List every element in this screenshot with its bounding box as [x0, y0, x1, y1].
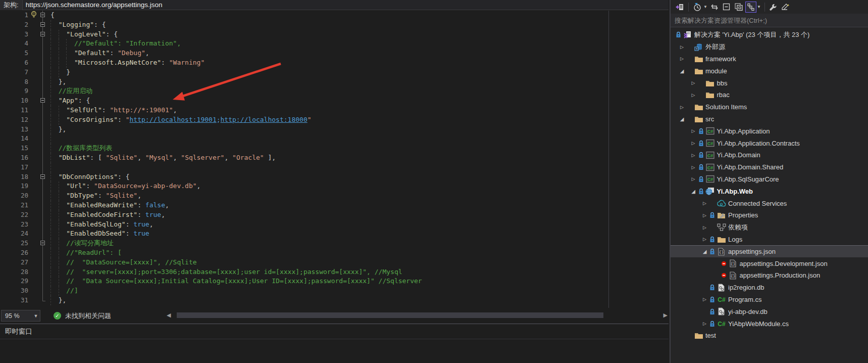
- code-line[interactable]: 21"EnabledReadWrite": false,: [0, 201, 669, 210]
- tree-row[interactable]: ▷rbac: [671, 89, 868, 101]
- code-line[interactable]: 26//"ReadUrl": [: [0, 248, 669, 258]
- collapsed-arrow-icon[interactable]: ▷: [701, 225, 708, 230]
- document-health-indicator[interactable]: ✓ 未找到相关问题: [54, 311, 111, 321]
- search-input[interactable]: [671, 14, 868, 27]
- collapsed-arrow-icon[interactable]: ▷: [678, 56, 686, 61]
- collapsed-arrow-icon[interactable]: ▷: [690, 176, 697, 182]
- fold-marker[interactable]: [28, 96, 50, 106]
- tree-row[interactable]: ▷C#Yi.Abp.Domain.Shared: [671, 161, 868, 173]
- tree-row[interactable]: {}appsettings.Development.json: [671, 257, 868, 269]
- collapsed-arrow-icon[interactable]: ▷: [678, 44, 686, 50]
- collapsed-arrow-icon[interactable]: ▷: [690, 80, 697, 85]
- expanded-arrow-icon[interactable]: ◢: [701, 249, 708, 254]
- code-line[interactable]: 13},: [0, 125, 669, 134]
- code-line[interactable]: 31},: [0, 296, 669, 305]
- collapsed-arrow-icon[interactable]: ▷: [678, 105, 686, 110]
- code-line[interactable]: 15//数据库类型列表: [0, 144, 669, 153]
- scroll-left-icon[interactable]: ◀: [167, 312, 171, 319]
- collapse-all-icon[interactable]: [721, 2, 732, 13]
- code-line[interactable]: 28// "server=[xxxx];port=3306;database=[…: [0, 267, 669, 277]
- zoom-level-dropdown[interactable]: 95 % ▼: [1, 310, 40, 322]
- collapsed-arrow-icon[interactable]: ▷: [690, 153, 697, 158]
- code-line[interactable]: 27// "DataSource=[xxxx]", //Sqlite: [0, 258, 669, 267]
- tree-row[interactable]: ▷Solution Items: [671, 101, 868, 113]
- tree-row[interactable]: ip2region.db: [671, 282, 868, 294]
- code-line[interactable]: 10"App": {: [0, 96, 669, 106]
- code-line[interactable]: 12"CorsOrigins": "http://localhost:19001…: [0, 115, 669, 125]
- editor-vertical-scrollbar[interactable]: [608, 11, 609, 308]
- scrollbar-thumb[interactable]: [177, 312, 603, 318]
- tree-row[interactable]: ▷C#Yi.Abp.SqlSugarCore: [671, 173, 868, 186]
- expanded-arrow-icon[interactable]: ◢: [678, 116, 686, 122]
- code-line[interactable]: 3"LogLevel": {: [0, 30, 669, 39]
- code-line[interactable]: 7}: [0, 68, 669, 77]
- tree-row[interactable]: {}appsettings.Production.json: [671, 269, 868, 282]
- tree-row[interactable]: ▷C#Yi.Abp.Domain: [671, 149, 868, 161]
- code-line[interactable]: 29// "Data Source=[xxxx];Initial Catalog…: [0, 277, 669, 286]
- collapsed-arrow-icon[interactable]: ▷: [701, 213, 708, 218]
- tree-row[interactable]: ▷Properties: [671, 209, 868, 221]
- fold-marker[interactable]: [28, 239, 50, 248]
- collapsed-arrow-icon[interactable]: ▷: [690, 141, 697, 146]
- editor-pane[interactable]: 架构: https://json.schemastore.org/appsett…: [0, 0, 669, 363]
- tree-row[interactable]: ◢src: [671, 113, 868, 125]
- code-line[interactable]: 6"Microsoft.AspNetCore": "Warning": [0, 58, 669, 68]
- code-line[interactable]: 9//应用启动: [0, 86, 669, 96]
- tree-row[interactable]: ▷Logs: [671, 234, 868, 246]
- sync-with-active-document-icon[interactable]: [709, 2, 720, 13]
- collapsed-arrow-icon[interactable]: ▷: [701, 321, 708, 326]
- tree-row[interactable]: ▷bbs: [671, 77, 868, 89]
- code-line[interactable]: 18"DbConnOptions": {: [0, 172, 669, 182]
- code-line[interactable]: 11"SelfUrl": "http://*:19001",: [0, 106, 669, 115]
- file-nesting-icon[interactable]: [745, 2, 756, 13]
- tree-row[interactable]: 解决方案 'Yi.Abp' (23 个项目，共 23 个): [671, 29, 868, 41]
- collapsed-arrow-icon[interactable]: ▷: [701, 297, 708, 302]
- fold-marker[interactable]: [28, 172, 50, 182]
- code-line[interactable]: 22"EnabledCodeFirst": true,: [0, 210, 669, 220]
- tree-row[interactable]: ▷C#Program.cs: [671, 294, 868, 306]
- code-line[interactable]: 14: [0, 134, 669, 144]
- code-line[interactable]: 5"Default": "Debug",: [0, 49, 669, 58]
- pending-changes-filter-icon[interactable]: [692, 2, 703, 13]
- tree-row[interactable]: ◢module: [671, 65, 868, 77]
- collapsed-arrow-icon[interactable]: ▷: [690, 165, 697, 170]
- collapsed-arrow-icon[interactable]: ▷: [690, 93, 697, 98]
- tree-row[interactable]: ▷Connected Services: [671, 197, 868, 209]
- immediate-window-content[interactable]: [0, 339, 669, 362]
- tree-row[interactable]: ▷外部源: [671, 41, 868, 53]
- immediate-window-title[interactable]: 即时窗口: [0, 324, 669, 339]
- switch-views-icon[interactable]: [674, 2, 685, 13]
- properties-icon[interactable]: [768, 2, 779, 13]
- tree-row[interactable]: ◢{}appsettings.json: [671, 245, 868, 257]
- tree-row[interactable]: ▷C#YiAbpWebModule.cs: [671, 317, 868, 330]
- fold-marker[interactable]: [28, 20, 50, 30]
- lightbulb-icon[interactable]: [30, 11, 37, 19]
- collapsed-arrow-icon[interactable]: ▷: [690, 128, 697, 133]
- fold-marker[interactable]: [28, 30, 50, 39]
- code-line[interactable]: 24"EnabledDbSeed": true: [0, 229, 669, 239]
- code-line[interactable]: 23"EnabledSqlLog": true,: [0, 220, 669, 230]
- code-line[interactable]: 8},: [0, 77, 669, 87]
- preview-selected-items-icon[interactable]: [780, 2, 791, 13]
- tree-row[interactable]: test: [671, 330, 868, 342]
- chevron-down-icon[interactable]: ▼: [757, 5, 761, 9]
- code-line[interactable]: 19"Url": "DataSource=yi-abp-dev.db",: [0, 182, 669, 191]
- schema-url-combobox[interactable]: https://json.schemastore.org/appsettings…: [23, 1, 163, 9]
- code-line[interactable]: 1{: [0, 11, 669, 20]
- show-all-files-icon[interactable]: [733, 2, 744, 13]
- code-line[interactable]: 2"Logging": {: [0, 20, 669, 30]
- chevron-down-icon[interactable]: ▼: [703, 5, 707, 9]
- tree-row[interactable]: yi-abp-dev.db: [671, 305, 868, 317]
- tree-row[interactable]: ▷依赖项: [671, 221, 868, 234]
- code-line[interactable]: 25//读写分离地址: [0, 239, 669, 248]
- expanded-arrow-icon[interactable]: ◢: [690, 189, 697, 194]
- tree-row[interactable]: ▷C#Yi.Abp.Application: [671, 125, 868, 137]
- horizontal-scrollbar[interactable]: ◀ ▶: [167, 311, 669, 320]
- tree-row[interactable]: ▷C#Yi.Abp.Application.Contracts: [671, 137, 868, 149]
- code-line[interactable]: 4//"Default": "Information",: [0, 39, 669, 49]
- expanded-arrow-icon[interactable]: ◢: [678, 68, 686, 74]
- tree-row[interactable]: ▷framework: [671, 53, 868, 65]
- code-line[interactable]: 17: [0, 163, 669, 172]
- tree-row[interactable]: ◢Yi.Abp.Web: [671, 185, 868, 197]
- code-line[interactable]: 30//]: [0, 286, 669, 296]
